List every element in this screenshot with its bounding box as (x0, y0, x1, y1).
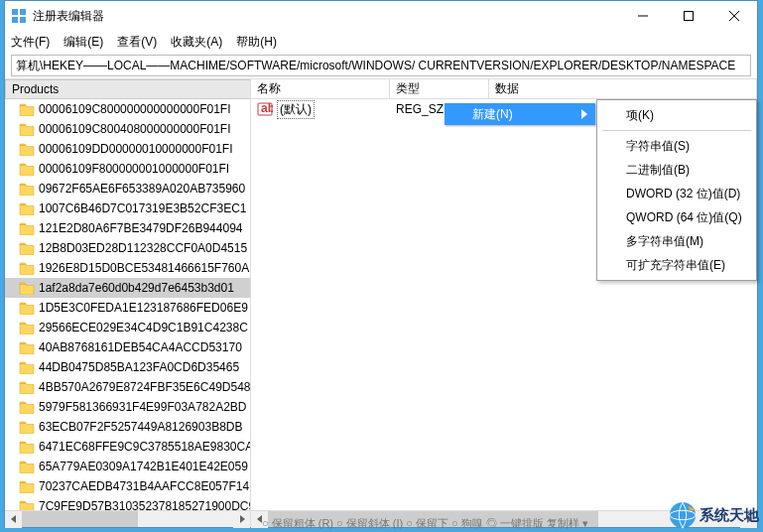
tree-item[interactable]: 40AB8768161DEB54CA4ACCD53170 (5, 337, 250, 357)
minimize-button[interactable] (620, 1, 666, 31)
svg-rect-3 (20, 17, 26, 23)
window-controls (620, 1, 757, 31)
folder-icon (19, 221, 35, 235)
tree-item[interactable]: 00006109F800000001000000F01FI (5, 159, 250, 179)
tree-item-label: 44DB0475D85BA123FA0CD6D35465 (39, 360, 239, 374)
folder-icon (19, 201, 35, 215)
tree-item-label: 12B8D03ED28D112328CCF0A0D4515 (39, 241, 247, 255)
context-menu-item[interactable]: 项(K) (600, 103, 753, 127)
folder-icon (19, 479, 35, 493)
tree-item-label: 65A779AE0309A1742B1E401E42E059 (39, 460, 248, 473)
folder-icon (19, 440, 35, 454)
watermark-text: 系统天地 (699, 506, 759, 525)
globe-icon (668, 500, 698, 530)
watermark: 系统天地 (668, 500, 759, 530)
window-title: 注册表编辑器 (33, 8, 620, 25)
new-submenu-item[interactable]: 新建(N) (445, 103, 595, 125)
folder-icon (19, 142, 35, 156)
tree-item[interactable]: 29566ECE029E34C4D9C1B91C4238C (5, 318, 250, 337)
tree-item-label: 00006109C800408000000000F01FI (39, 122, 231, 136)
tree-item[interactable]: 63ECB07F2F5257449A8126903B8DB (5, 417, 250, 437)
tree-item[interactable]: 1926E8D15D0BCE53481466615F760A (5, 258, 250, 278)
col-type[interactable]: 类型 (390, 79, 489, 98)
tree-item[interactable]: 121E2D80A6F7BE3479DF26B944094 (5, 218, 250, 238)
titlebar: 注册表编辑器 (5, 1, 757, 31)
folder-icon (19, 241, 35, 255)
tree-item-label: 40AB8768161DEB54CA4ACCD53170 (39, 340, 242, 354)
svg-rect-1 (20, 9, 26, 15)
tree-item[interactable]: 00006109C800000000000000F01FI (5, 99, 250, 119)
folder-icon (19, 499, 35, 510)
tree-item-label: 1D5E3C0FEDA1E123187686FED06E9 (39, 301, 248, 315)
tree-view[interactable]: 00006109C800000000000000F01FI00006109C80… (5, 99, 250, 510)
folder-icon (19, 321, 35, 334)
close-button[interactable] (711, 1, 757, 31)
tree-item-label: 09672F65AE6F653389A020AB735960 (39, 182, 245, 196)
footer-strip: ○ 保留粗体 (R) ○ 保留斜体 (I) ○ 保留下 ○ 狗嗅 ◎ 一键排版 … (4, 514, 759, 532)
menu-view[interactable]: 查看(V) (117, 34, 157, 51)
tree-item-label: 4BB570A2679E8724FBF35E6C49D548 (39, 380, 250, 394)
tree-item-label: 5979F581366931F4E99F03A782A2BD (39, 400, 247, 414)
tree-item[interactable]: 00006109DD00000010000000F01FI (5, 139, 250, 159)
submenu-arrow-icon (581, 109, 587, 119)
address-bar[interactable]: 算机\HEKEY——LOCAL——MACHIME/SOFTWARE/micros… (11, 55, 751, 76)
tree-item-label: 1af2a8da7e60d0b429d7e6453b3d01 (39, 281, 234, 295)
context-menu-item[interactable]: 字符串值(S) (600, 134, 753, 158)
tree-item[interactable]: 44DB0475D85BA123FA0CD6D35465 (5, 357, 250, 377)
menu-edit[interactable]: 编辑(E) (64, 34, 103, 51)
tree-item[interactable]: 1007C6B46D7C017319E3B52CF3EC1 (5, 199, 250, 218)
context-menu-item[interactable]: QWORD (64 位)值(Q) (600, 205, 753, 229)
tree-item-label: 1007C6B46D7C017319E3B52CF3EC1 (39, 201, 246, 215)
folder-icon (19, 261, 35, 275)
menubar: 文件(F) 编辑(E) 查看(V) 收藏夹(A) 帮助(H) (5, 31, 757, 53)
tree-item[interactable]: 12B8D03ED28D112328CCF0A0D4515 (5, 238, 250, 258)
tree-item[interactable]: 5979F581366931F4E99F03A782A2BD (5, 397, 250, 417)
folder-icon (19, 420, 35, 434)
folder-icon (19, 281, 35, 295)
svg-marker-14 (581, 109, 587, 119)
tree-item[interactable]: 1af2a8da7e60d0b429d7e6453b3d01 (5, 278, 250, 298)
folder-icon (19, 400, 35, 414)
tree-item-label: 1926E8D15D0BCE53481466615F760A (39, 261, 249, 275)
tree-item-label: 70237CAEDB4731B4AAFCC8E057F14 (39, 479, 249, 493)
context-menu: 项(K)字符串值(S)二进制值(B)DWORD (32 位)值(D)QWORD … (596, 99, 757, 281)
context-menu-item[interactable]: DWORD (32 位)值(D) (600, 182, 753, 205)
svg-text:ab: ab (261, 101, 273, 115)
string-value-icon: ab (257, 101, 273, 117)
menu-file[interactable]: 文件(F) (11, 34, 50, 51)
tree-item-label: 121E2D80A6F7BE3479DF26B944094 (39, 221, 243, 235)
svg-point-15 (670, 502, 696, 528)
tree-item-label: 00006109F800000001000000F01FI (39, 162, 229, 176)
folder-icon (19, 301, 35, 315)
tree-item-label: 00006109C800000000000000F01FI (39, 102, 231, 116)
tree-item-label: 00006109DD00000010000000F01FI (39, 142, 233, 156)
tree-item[interactable]: 7C9FE9D57B310352378185271900DC9 (5, 496, 250, 510)
tree-item[interactable]: 70237CAEDB4731B4AAFCC8E057F14 (5, 476, 250, 496)
tree-item[interactable]: 09672F65AE6F653389A020AB735960 (5, 179, 250, 199)
svg-rect-0 (12, 9, 18, 15)
tree-item-label: 6471EC68FFE9C9C3785518AE9830CA (39, 440, 250, 454)
folder-icon (19, 460, 35, 473)
folder-icon (19, 162, 35, 176)
svg-rect-2 (12, 17, 18, 23)
col-name[interactable]: 名称 (251, 79, 390, 98)
context-menu-item[interactable]: 可扩充字符串值(E) (600, 253, 753, 277)
folder-icon (19, 122, 35, 136)
tree-panel: Products 00006109C800000000000000F01FI00… (5, 79, 251, 527)
folder-icon (19, 102, 35, 116)
folder-icon (19, 182, 35, 196)
menu-favorites[interactable]: 收藏夹(A) (171, 34, 222, 51)
col-data[interactable]: 数据 (489, 79, 757, 98)
svg-rect-5 (685, 12, 694, 21)
tree-item[interactable]: 4BB570A2679E8724FBF35E6C49D548 (5, 377, 250, 397)
tree-header[interactable]: Products (5, 79, 250, 99)
tree-item[interactable]: 65A779AE0309A1742B1E401E42E059 (5, 457, 250, 476)
tree-item[interactable]: 00006109C800408000000000F01FI (5, 119, 250, 139)
folder-icon (19, 340, 35, 354)
context-menu-item[interactable]: 多字符串值(M) (600, 229, 753, 253)
menu-help[interactable]: 帮助(H) (236, 34, 277, 51)
maximize-button[interactable] (666, 1, 711, 31)
context-menu-item[interactable]: 二进制值(B) (600, 158, 753, 182)
tree-item[interactable]: 6471EC68FFE9C9C3785518AE9830CA (5, 437, 250, 457)
tree-item[interactable]: 1D5E3C0FEDA1E123187686FED06E9 (5, 298, 250, 318)
